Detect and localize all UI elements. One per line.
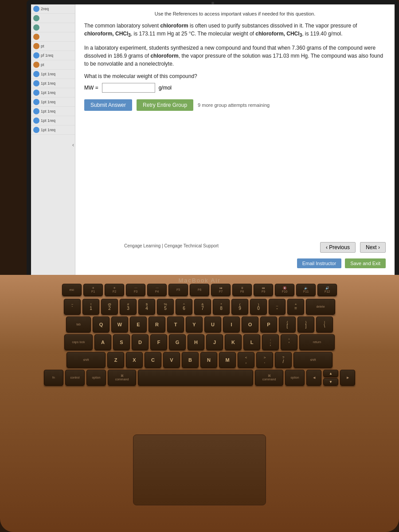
sidebar-item-13[interactable]: 1pt 1req	[31, 116, 75, 125]
key-z[interactable]: Z	[107, 352, 124, 368]
key-arrow-left[interactable]: ◀	[306, 370, 321, 386]
key-h[interactable]: H	[188, 334, 204, 350]
key-f1[interactable]: ☀F1	[83, 284, 103, 296]
key-f9[interactable]: ⏭F9	[254, 284, 273, 296]
key-f5[interactable]: F5	[168, 284, 188, 296]
retry-group-button[interactable]: Retry Entire Group	[137, 99, 193, 111]
sidebar-item-1[interactable]: 2req	[31, 4, 75, 14]
key-tab[interactable]: tab	[66, 317, 91, 332]
key-1[interactable]: !1	[82, 299, 99, 315]
key-option-right[interactable]: option	[285, 370, 305, 386]
key-control[interactable]: control	[65, 370, 85, 386]
sidebar-item-9[interactable]: 1pt 1req	[31, 79, 75, 88]
key-e[interactable]: E	[130, 317, 147, 332]
submit-answer-button[interactable]: Submit Answer	[84, 99, 132, 111]
key-option-left[interactable]: option	[86, 370, 106, 386]
key-arrow-up[interactable]: ▲	[323, 370, 338, 377]
sidebar-item-12[interactable]: 1pt 1req	[31, 107, 75, 116]
key-3[interactable]: #3	[120, 299, 137, 315]
key-7[interactable]: &7	[194, 299, 211, 315]
key-equals[interactable]: +=	[287, 299, 304, 315]
key-delete[interactable]: delete	[306, 299, 335, 315]
email-instructor-button[interactable]: Email Instructor	[297, 258, 341, 268]
key-space[interactable]	[138, 370, 253, 386]
key-semicolon[interactable]: :;	[262, 334, 279, 350]
key-w[interactable]: W	[111, 317, 128, 332]
key-command-left[interactable]: ⌘command	[108, 370, 136, 386]
key-9[interactable]: (9	[231, 299, 248, 315]
key-f4[interactable]: ⋯F4	[147, 284, 167, 296]
key-0[interactable]: )0	[250, 299, 267, 315]
key-comma[interactable]: <,	[238, 352, 254, 368]
key-command-right[interactable]: ⌘command	[255, 370, 283, 386]
key-o[interactable]: O	[242, 317, 258, 332]
key-return[interactable]: return	[299, 334, 335, 350]
key-f12[interactable]: 🔊F12	[317, 284, 337, 296]
key-j[interactable]: J	[206, 334, 223, 350]
key-5[interactable]: %5	[157, 299, 174, 315]
sidebar-collapse-btn[interactable]: ‹	[72, 142, 74, 148]
sidebar-item-3[interactable]	[31, 23, 75, 32]
key-m[interactable]: M	[219, 352, 236, 368]
key-arrow-right[interactable]: ▶	[340, 370, 355, 386]
key-fn[interactable]: fn	[44, 370, 63, 386]
key-p[interactable]: P	[260, 317, 277, 332]
sidebar-item-5[interactable]: pt	[31, 42, 75, 51]
key-t[interactable]: T	[167, 317, 184, 332]
mw-input[interactable]	[102, 83, 155, 93]
sidebar-item-2[interactable]	[31, 14, 75, 23]
key-slash[interactable]: ?/	[275, 352, 292, 368]
key-backtick[interactable]: ~`	[64, 299, 81, 315]
key-k[interactable]: K	[225, 334, 242, 350]
sidebar-item-7[interactable]: pt	[31, 60, 75, 70]
key-n[interactable]: N	[200, 352, 217, 368]
key-b[interactable]: B	[182, 352, 199, 368]
key-rshift[interactable]: shift	[293, 352, 332, 368]
key-y[interactable]: Y	[186, 317, 203, 332]
key-f3[interactable]: ⋯F3	[126, 284, 145, 296]
save-exit-button[interactable]: Save and Exit	[345, 258, 386, 268]
key-x[interactable]: X	[126, 352, 143, 368]
sidebar-item-11[interactable]: 1pt 1req	[31, 98, 75, 107]
key-8[interactable]: *8	[213, 299, 230, 315]
sidebar-item-10[interactable]: 1pt 1req	[31, 88, 75, 98]
key-6[interactable]: ^6	[176, 299, 192, 315]
key-g[interactable]: G	[169, 334, 186, 350]
key-f[interactable]: F	[150, 334, 167, 350]
key-d[interactable]: D	[132, 334, 149, 350]
key-lshift[interactable]: shift	[66, 352, 106, 368]
sidebar-item-4[interactable]	[31, 32, 75, 42]
key-capslock[interactable]: caps lock	[64, 334, 93, 350]
key-v[interactable]: V	[163, 352, 180, 368]
touchpad[interactable]	[133, 434, 266, 505]
key-i[interactable]: I	[223, 317, 240, 332]
next-button[interactable]: Next ›	[360, 242, 386, 253]
key-l[interactable]: L	[243, 334, 260, 350]
key-s[interactable]: S	[113, 334, 130, 350]
key-r[interactable]: R	[149, 317, 165, 332]
key-a[interactable]: A	[94, 334, 111, 350]
previous-button[interactable]: ‹ Previous	[320, 242, 356, 253]
key-esc[interactable]: esc	[62, 284, 82, 296]
key-c[interactable]: C	[145, 352, 161, 368]
key-f11[interactable]: 🔉F11	[296, 284, 316, 296]
key-arrow-down[interactable]: ▼	[323, 378, 338, 386]
key-rbracket[interactable]: }]	[297, 317, 314, 332]
key-backslash[interactable]: |\	[316, 317, 333, 332]
key-4[interactable]: $4	[138, 299, 155, 315]
key-f2[interactable]: ☀F2	[105, 284, 124, 296]
key-f7[interactable]: ⏮F7	[211, 284, 231, 296]
key-2[interactable]: @2	[101, 299, 118, 315]
key-q[interactable]: Q	[93, 317, 110, 332]
key-quote[interactable]: "'	[281, 334, 297, 350]
sidebar-item-8[interactable]: 1pt 1req	[31, 70, 75, 79]
key-f6[interactable]: F6	[190, 284, 209, 296]
key-u[interactable]: U	[204, 317, 221, 332]
key-lbracket[interactable]: {[	[279, 317, 296, 332]
key-f8[interactable]: ⏸F8	[232, 284, 252, 296]
sidebar-item-14[interactable]: 1pt 1req	[31, 125, 75, 135]
key-minus[interactable]: _-	[269, 299, 286, 315]
key-period[interactable]: >.	[256, 352, 273, 368]
key-f10[interactable]: 🔇F10	[275, 284, 294, 296]
sidebar-item-6[interactable]: pf 1req	[31, 51, 75, 60]
